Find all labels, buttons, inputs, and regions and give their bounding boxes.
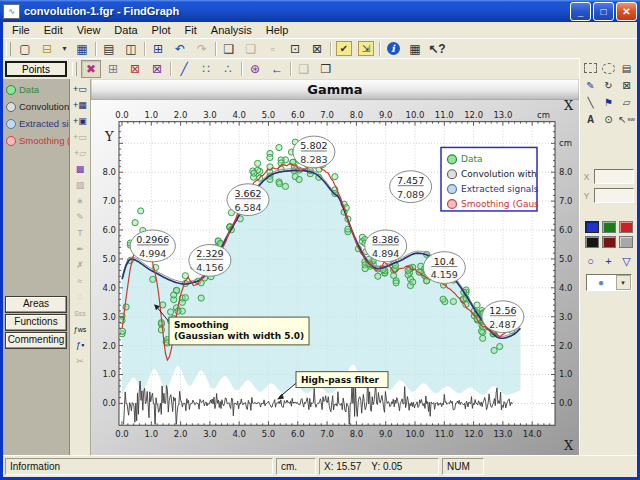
delete-box-icon[interactable]: ⊠ [618, 77, 635, 93]
y-coordinate-input[interactable] [594, 188, 634, 203]
dropper-icon[interactable]: ✎ [582, 77, 599, 93]
select-ellipse-icon[interactable] [600, 60, 617, 76]
x-coordinate-input[interactable] [594, 169, 634, 184]
new-file-button[interactable]: ▢ [15, 40, 35, 58]
marker-dropdown[interactable]: ● ▾ [586, 274, 632, 291]
minimize-button[interactable]: _ [570, 2, 591, 21]
areas-panel-button[interactable]: Areas [5, 296, 67, 313]
cross-button[interactable]: ✗ [72, 257, 89, 273]
close-button[interactable]: ✕ [616, 2, 637, 21]
series-item-0[interactable]: Data [3, 81, 69, 98]
maximize-button[interactable]: □ [593, 2, 614, 21]
color-swatch-1[interactable] [602, 221, 616, 233]
menu-edit[interactable]: Edit [37, 23, 70, 37]
options-button[interactable]: ✔ [334, 40, 354, 58]
pointer-sw-icon[interactable]: ↖sw [618, 111, 635, 127]
back-arrow-button[interactable]: ← [267, 60, 287, 78]
curve-button[interactable]: ≈ [72, 273, 89, 289]
redo-button[interactable]: ↷ [192, 40, 212, 58]
scatter-tool-button[interactable]: ∷ [196, 60, 216, 78]
print-button[interactable]: ▤ [99, 40, 119, 58]
commenting-panel-button[interactable]: Commenting [5, 332, 67, 349]
scatter-small-button[interactable]: ∴ [218, 60, 238, 78]
menu-view[interactable]: View [70, 23, 108, 37]
points-color-button[interactable]: ⊛ [245, 60, 265, 78]
menu-analysis[interactable]: Analysis [204, 23, 259, 37]
copy-button[interactable]: ⊞ [148, 40, 168, 58]
toolbar-grip[interactable] [72, 62, 77, 76]
lasso-button[interactable]: ◌ [72, 289, 89, 305]
functions-panel-button[interactable]: Functions [5, 314, 67, 331]
points-fit-button[interactable]: ⊞ [103, 60, 123, 78]
chart-canvas[interactable]: Gamma0.01.02.03.04.05.06.07.08.09.010.01… [91, 79, 579, 455]
marker-dropdown-arrow[interactable]: ▾ [616, 275, 631, 290]
chart-legend[interactable]: DataConvolution withExtracted signalsSmo… [441, 147, 539, 210]
export-button[interactable]: ⇲ [356, 40, 376, 58]
menu-file[interactable]: File [5, 23, 37, 37]
copy-plot-button[interactable]: ❑ [294, 60, 314, 78]
menu-plot[interactable]: Plot [145, 23, 178, 37]
duplicate-plot-button[interactable]: ❒ [316, 60, 336, 78]
scatter-axes-button[interactable]: ∗ [72, 193, 89, 209]
line-tool-button[interactable]: ╱ [174, 60, 194, 78]
color-swatch-0[interactable] [585, 221, 599, 233]
color-swatch-4[interactable] [602, 236, 616, 248]
eraser-icon[interactable]: ▱ [618, 94, 635, 110]
color-swatch-3[interactable] [585, 236, 599, 248]
scissors-button[interactable]: ✂ [72, 353, 89, 369]
add-chart-button[interactable]: +▣ [72, 113, 89, 129]
color-swatch-2[interactable] [619, 221, 633, 233]
new-graph-button[interactable]: ❑ [219, 40, 239, 58]
print-preview-button[interactable]: ◫ [121, 40, 141, 58]
close-window-button[interactable]: ⊠ [307, 40, 327, 58]
points-delete-colored-button[interactable]: ⊠ [147, 60, 167, 78]
zoom-icon[interactable]: ⊙ [600, 111, 617, 127]
series-item-2[interactable]: Extracted sig [3, 115, 69, 132]
undo-button[interactable]: ↶ [170, 40, 190, 58]
points-mode-button[interactable]: ✖ [81, 60, 101, 78]
menu-help[interactable]: Help [259, 23, 296, 37]
image-tool-icon[interactable]: ▤ [618, 60, 635, 76]
svg-text:2.329: 2.329 [196, 248, 223, 259]
rotate-icon[interactable]: ↻ [600, 77, 617, 93]
text-label-button[interactable]: T [72, 225, 89, 241]
fws-button[interactable]: ƒws [72, 321, 89, 337]
title-bar[interactable]: ∿ convolution-1.fgr - FindGraph _□✕ [0, 0, 640, 22]
points-panel-button[interactable]: Points [5, 61, 67, 77]
menu-fit[interactable]: Fit [178, 23, 204, 37]
add-folder-button[interactable]: +▱ [72, 145, 89, 161]
new-window-button[interactable]: ⊡ [285, 40, 305, 58]
open-button[interactable]: ⊟ [37, 40, 57, 58]
flag-icon[interactable]: ⚑ [600, 94, 617, 110]
status-y: Y: 0.05 [371, 461, 402, 472]
marker-plus-icon[interactable]: + [602, 254, 616, 268]
graph-copy-button[interactable]: ❑ [241, 40, 261, 58]
sss-button[interactable]: Sss [72, 305, 89, 321]
color-swatch-5[interactable] [619, 236, 633, 248]
select-rect-icon[interactable] [582, 60, 599, 76]
context-help-button[interactable]: ↖? [427, 40, 447, 58]
table-button[interactable]: ▦ [405, 40, 425, 58]
text-icon[interactable]: A [582, 111, 599, 127]
info-button[interactable]: i [383, 40, 403, 58]
pencil-button[interactable]: ✎ [72, 209, 89, 225]
marker-triangle-icon[interactable]: ▽ [620, 254, 634, 268]
menu-data[interactable]: Data [107, 23, 144, 37]
line-icon[interactable]: ╲ [582, 94, 599, 110]
paste-special-button[interactable]: ▩ [72, 161, 89, 177]
add-frame2-button[interactable]: +▭ [72, 129, 89, 145]
add-table-button[interactable]: +▦ [72, 97, 89, 113]
series-item-3[interactable]: Smoothing (G [3, 132, 69, 149]
brush-button[interactable]: ✒ [72, 241, 89, 257]
marker-circle-icon[interactable]: ○ [584, 254, 598, 268]
copy-gray-button[interactable]: ▨ [72, 177, 89, 193]
selection-button[interactable]: ▫ [263, 40, 283, 58]
series-item-1[interactable]: Convolution [3, 98, 69, 115]
fbox-button[interactable]: ƒ▪ [72, 337, 89, 353]
points-delete-button[interactable]: ⊠ [125, 60, 145, 78]
add-frame-button[interactable]: +▭ [72, 81, 89, 97]
svg-text:4.0: 4.0 [232, 110, 246, 120]
open-dropdown[interactable]: ▾ [59, 40, 70, 58]
save-button[interactable]: ▦ [72, 40, 92, 58]
toolbar-grip[interactable] [6, 42, 11, 56]
